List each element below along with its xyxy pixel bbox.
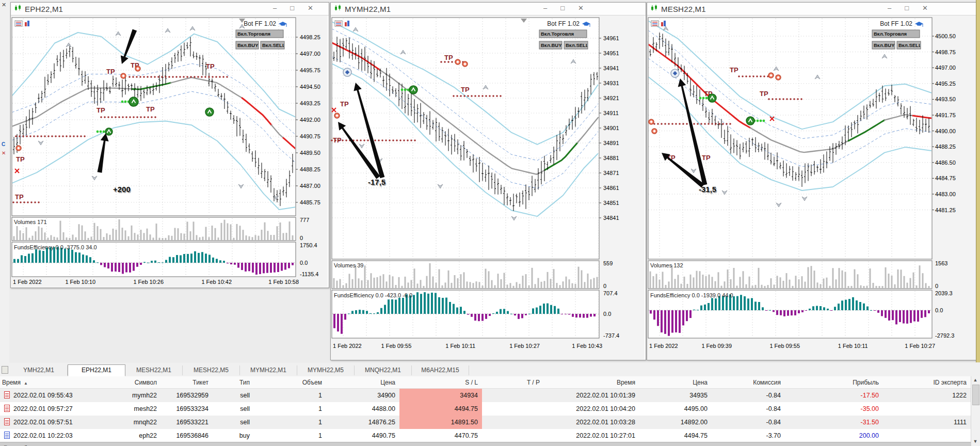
chart-area[interactable]: TPTPTPTP-17,5-17,5Bot FF 1.02Вкл.Торговл… <box>331 15 645 359</box>
table-scrollbar[interactable]: ▲ ▼ <box>971 376 980 446</box>
svg-text:777: 777 <box>300 217 309 223</box>
close-button[interactable]: ✕ <box>308 4 313 13</box>
cell-expert: 1222 <box>883 392 971 399</box>
svg-text:1 Feb 10:27: 1 Feb 10:27 <box>509 343 540 349</box>
cell-sl: 34934 <box>399 389 482 402</box>
svg-text:1 Feb 10:58: 1 Feb 10:58 <box>268 279 299 285</box>
chart-area[interactable]: TPTPTPTPTPTPTP+200+200Bot FF 1.02Вкл.Тор… <box>11 15 328 287</box>
column-header[interactable]: T / P <box>482 379 544 386</box>
tab-mesh22-m1[interactable]: MESH22,M1 <box>125 365 183 375</box>
minimize-button[interactable]: – <box>273 4 277 13</box>
commission-total: -8.74 <box>712 443 781 446</box>
minimize-button[interactable]: – <box>888 4 891 13</box>
tp-label: TP <box>16 155 25 163</box>
column-header[interactable]: Объем <box>254 379 326 386</box>
tab-mnqh22-m1[interactable]: MNQH22,M1 <box>355 365 412 375</box>
column-header[interactable]: Тикет <box>161 379 213 386</box>
svg-text:4495.25: 4495.25 <box>935 81 956 87</box>
table-row[interactable]: 2022.02.01 09:57:51mnqh22169533221sell11… <box>0 416 971 429</box>
tab-m6ah22-m15[interactable]: M6AH22,M15 <box>412 365 469 375</box>
minimize-button[interactable]: – <box>543 4 547 13</box>
chart-title: EPH22,M1 <box>25 5 63 13</box>
sort-asc-icon: ▲ <box>24 381 28 386</box>
table-row[interactable]: 2022.02.01 09:55:43mymh22169532959sell13… <box>0 389 971 402</box>
tab-mymh22-m5[interactable]: MYMH22,M5 <box>297 365 355 375</box>
scroll-up-icon[interactable]: ▲ <box>971 377 979 383</box>
close-button[interactable]: ✕ <box>922 4 928 13</box>
cell-sl: 4494.75 <box>399 402 482 416</box>
svg-text:1 Feb 09:55: 1 Feb 09:55 <box>381 343 412 349</box>
rail-close-icon[interactable]: ✕ <box>2 150 6 156</box>
svg-text:1 Feb 09:55: 1 Feb 09:55 <box>769 343 800 349</box>
tab-ymh22-m1[interactable]: YMH22,M1 <box>10 365 68 375</box>
column-header[interactable]: Цена <box>639 379 712 386</box>
tab-mymh22-m1[interactable]: MYMH22,M1 <box>240 365 297 375</box>
cell-profit: -17.50 <box>785 392 883 399</box>
scrollbar-thumb[interactable] <box>972 385 979 405</box>
enable-buy-button-label: Вкл.BUY <box>237 42 259 48</box>
cell-type: sell <box>213 419 254 426</box>
buy-marker-icon <box>409 86 417 94</box>
svg-text:4481.25: 4481.25 <box>935 207 956 213</box>
svg-text:34861: 34861 <box>603 185 619 191</box>
column-header[interactable]: Цена <box>326 379 399 386</box>
tab-mesh22-m5[interactable]: MESH22,M5 <box>183 365 240 375</box>
close-button[interactable]: ✕ <box>578 4 584 13</box>
cell-price: 34900 <box>326 392 399 399</box>
svg-text:-737.4: -737.4 <box>603 332 619 339</box>
svg-text:1 Feb 10:43: 1 Feb 10:43 <box>572 343 602 349</box>
profit-annotation: +200 <box>113 185 131 194</box>
window-titlebar[interactable]: MYMH22,M1 – □ ✕ <box>331 3 646 15</box>
column-header[interactable]: Прибыль <box>785 379 883 386</box>
svg-text:1 Feb 2022: 1 Feb 2022 <box>333 343 362 349</box>
volumes-label: Volumes 132 <box>650 262 683 268</box>
table-row[interactable]: 2022.02.01 09:57:27mesh22169533234sell14… <box>0 402 971 416</box>
column-header[interactable]: Время▲ <box>0 379 109 386</box>
status-bar: ⓘ Прибыль: 113.76 Кредит: 0.00 Пополнени… <box>0 442 971 446</box>
svg-text:4489.50: 4489.50 <box>300 150 320 156</box>
cell-symbol: mymh22 <box>109 392 161 399</box>
cell-time: 2022.02.01 09:55:43 <box>11 392 109 399</box>
tab-eph22-m1[interactable]: EPH22,M1 <box>68 364 125 376</box>
column-header[interactable]: Тип <box>213 379 254 386</box>
maximize-button[interactable]: □ <box>290 4 294 13</box>
chart-window-mesh22: MESH22,M1 – □ ✕ TPTPTPTPTP-31,5-31,5Bot … <box>647 2 978 360</box>
tp-label: TP <box>97 106 105 114</box>
close-panel-icon[interactable]: ✕ <box>2 2 6 8</box>
window-titlebar[interactable]: MESH22,M1 – □ ✕ <box>647 3 977 15</box>
tp-label: TP <box>702 154 711 162</box>
maximize-button[interactable]: □ <box>560 4 565 13</box>
profit-annotation: -31,5 <box>699 185 716 194</box>
chart-area[interactable]: TPTPTPTPTP-31,5-31,5Bot FF 1.02Вкл.Торго… <box>647 15 976 359</box>
column-header[interactable]: Комиссия <box>712 379 785 386</box>
cell-profit: -31.50 <box>785 419 883 426</box>
bot-version-label: Bot FF 1.02 <box>880 20 912 27</box>
tp-label: TP <box>15 193 24 201</box>
column-header[interactable]: S / L <box>399 379 482 386</box>
cell-profit: -35.00 <box>785 405 883 412</box>
window-titlebar[interactable]: EPH22,M1 – □ ✕ <box>11 3 329 15</box>
scroll-down-icon[interactable]: ▼ <box>971 439 979 444</box>
svg-text:34921: 34921 <box>603 95 619 101</box>
volumes-label: Volumes 171 <box>14 219 47 225</box>
cell-ticket: 169536846 <box>161 432 213 439</box>
svg-text:4487.00: 4487.00 <box>300 183 320 189</box>
maximize-button[interactable]: □ <box>905 4 909 13</box>
bot-version-label: Bot FF 1.02 <box>244 20 276 27</box>
enable-buy-button-label: Вкл.BUY <box>874 42 895 48</box>
svg-text:0: 0 <box>603 283 606 289</box>
table-row[interactable]: 2022.02.01 10:22:03eph22169536846buy1449… <box>0 429 971 442</box>
rail-c-icon[interactable]: C <box>2 141 5 147</box>
info-icon: ⓘ <box>3 443 9 446</box>
cell-time2: 2022.02.01 10:03:28 <box>544 419 639 426</box>
mdi-area: EPH22,M1 – □ ✕ TPTPTPTPTPTPTP+200+200Bot… <box>9 0 980 363</box>
column-header[interactable]: ID эксперта <box>883 379 971 386</box>
cell-symbol: eph22 <box>109 432 161 439</box>
cell-volume: 1 <box>254 405 326 412</box>
tp-label: TP <box>146 105 155 113</box>
cell-commission: -3.70 <box>712 432 785 439</box>
enable-sell-button-label: Вкл.SELL <box>566 42 589 48</box>
history-table: Время▲СимволТикетТипОбъемЦенаS / LT / PВ… <box>0 376 971 442</box>
column-header[interactable]: Символ <box>109 379 161 386</box>
column-header[interactable]: Время <box>544 379 639 386</box>
